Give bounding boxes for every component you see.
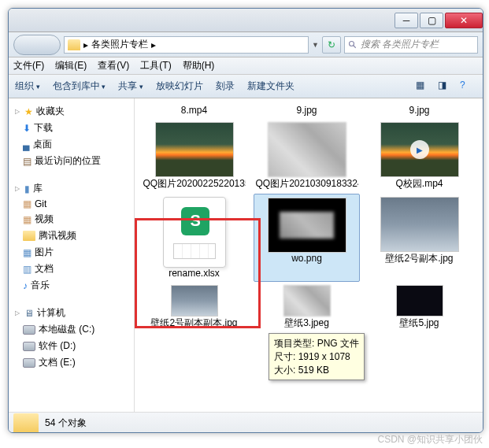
breadcrumb-folder[interactable]: 各类照片专栏 [91, 38, 148, 51]
thumbnail [268, 122, 346, 177]
folder-icon [13, 413, 39, 434]
menu-view[interactable]: 查看(V) [98, 59, 129, 72]
sidebar-computer[interactable]: 🖥计算机 [9, 305, 134, 321]
address-bar: ▸ 各类照片专栏 ▸ ▼ ↻ 搜索 各类照片专栏 [9, 32, 483, 57]
file-item[interactable]: 9.jpg [366, 102, 472, 119]
tooltip-size: 大小: 519 KB [274, 364, 359, 377]
help-icon[interactable]: ? [459, 79, 476, 94]
view-options-icon[interactable]: ▦ [415, 79, 432, 94]
drive-icon [23, 342, 35, 351]
history-dropdown[interactable]: ▼ [312, 41, 319, 49]
thumbnail [396, 285, 443, 317]
library-icon: ▮ [24, 183, 30, 194]
toolbar: 组织 包含到库中 共享 放映幻灯片 刻录 新建文件夹 ▦ ◨ ? [9, 75, 483, 98]
sidebar-item-desktop[interactable]: ▄桌面 [9, 136, 134, 153]
thumbnail [380, 197, 459, 252]
computer-icon: 🖥 [24, 308, 34, 319]
svg-line-1 [354, 45, 356, 47]
sidebar-item-tencent[interactable]: 腾讯视频 [9, 228, 134, 244]
explorer-window: ─ ▢ ✕ ▸ 各类照片专栏 ▸ ▼ ↻ 搜索 各类照片专栏 文件(F) 编辑(… [8, 8, 483, 433]
menu-help[interactable]: 帮助(H) [183, 59, 215, 72]
file-item[interactable]: Q校园.mp4 [366, 119, 472, 194]
sidebar-item-music[interactable]: ♪音乐 [9, 277, 134, 294]
breadcrumb-sep: ▸ [151, 39, 156, 50]
folder-icon [68, 39, 80, 50]
share-button[interactable]: 共享 [118, 80, 143, 93]
sidebar-item-documents[interactable]: ▥文档 [9, 261, 134, 277]
file-item[interactable]: 壁纸5.jpg [366, 282, 472, 333]
tooltip-type: 项目类型: PNG 文件 [274, 337, 359, 350]
refresh-button[interactable]: ↻ [322, 36, 341, 54]
preview-pane-icon[interactable]: ◨ [437, 79, 454, 94]
close-button[interactable]: ✕ [445, 13, 483, 28]
window-controls: ─ ▢ ✕ [393, 13, 483, 28]
desktop-icon: ▄ [23, 139, 30, 150]
menu-edit[interactable]: 编辑(E) [55, 59, 87, 72]
thumbnail [155, 122, 234, 177]
organize-button[interactable]: 组织 [15, 80, 40, 93]
file-item[interactable]: 壁纸3.jpeg [254, 282, 360, 333]
breadcrumb-sep: ▸ [83, 39, 88, 50]
video-icon: ▦ [23, 214, 31, 225]
include-button[interactable]: 包含到库中 [53, 80, 106, 93]
sidebar-drive-e[interactable]: 文档 (E:) [9, 354, 134, 371]
tooltip: 项目类型: PNG 文件 尺寸: 1919 x 1078 大小: 519 KB [269, 333, 365, 380]
minimize-button[interactable]: ─ [395, 13, 418, 28]
sidebar-favorites[interactable]: ★收藏夹 [9, 103, 134, 120]
menu-file[interactable]: 文件(F) [13, 59, 44, 72]
file-item[interactable]: 9.jpg [254, 102, 360, 119]
search-placeholder: 搜索 各类照片专栏 [361, 38, 439, 51]
star-icon: ★ [24, 106, 33, 117]
nav-back-forward[interactable] [13, 35, 61, 55]
sidebar-item-pictures[interactable]: ▦图片 [9, 244, 134, 261]
folder-icon [23, 231, 35, 241]
status-count: 54 个对象 [45, 417, 87, 430]
slideshow-button[interactable]: 放映幻灯片 [156, 80, 203, 93]
search-input[interactable]: 搜索 各类照片专栏 [344, 36, 478, 54]
content-area: ★收藏夹 ⬇下载 ▄桌面 ▤最近访问的位置 ▮库 ▦Git ▦视频 腾讯视频 ▦… [9, 98, 483, 412]
file-item[interactable]: QQ图片20200225220135.jpg [141, 119, 247, 194]
xlsx-icon [163, 197, 226, 268]
download-icon: ⬇ [23, 123, 31, 134]
file-item-wo-png[interactable]: wo.png [254, 194, 360, 282]
tooltip-dimensions: 尺寸: 1919 x 1078 [274, 350, 359, 364]
titlebar[interactable]: ─ ▢ ✕ [9, 9, 483, 32]
status-bar: 54 个对象 [9, 412, 483, 433]
sidebar-item-recent[interactable]: ▤最近访问的位置 [9, 153, 134, 169]
thumbnail [268, 198, 346, 253]
file-item[interactable]: 壁纸2号副本.jpg [366, 194, 472, 282]
documents-icon: ▥ [23, 264, 31, 275]
sidebar-libraries[interactable]: ▮库 [9, 180, 134, 197]
sidebar-item-git[interactable]: ▦Git [9, 197, 134, 211]
file-item[interactable]: 壁纸2号副本副本.jpg [141, 282, 247, 333]
thumbnail [380, 122, 459, 177]
sidebar-drive-d[interactable]: 软件 (D:) [9, 338, 134, 354]
burn-button[interactable]: 刻录 [216, 80, 235, 93]
thumbnail [283, 285, 331, 317]
menu-tools[interactable]: 工具(T) [140, 59, 171, 72]
svg-point-0 [350, 41, 354, 46]
git-icon: ▦ [23, 198, 31, 209]
breadcrumb[interactable]: ▸ 各类照片专栏 ▸ [64, 36, 309, 54]
sidebar-item-downloads[interactable]: ⬇下载 [9, 120, 134, 136]
recent-icon: ▤ [23, 156, 31, 167]
thumbnail [171, 285, 218, 317]
music-icon: ♪ [23, 280, 28, 291]
maximize-button[interactable]: ▢ [420, 13, 443, 28]
sidebar: ★收藏夹 ⬇下载 ▄桌面 ▤最近访问的位置 ▮库 ▦Git ▦视频 腾讯视频 ▦… [9, 98, 135, 412]
watermark: CSDN @知识共享小团伙 [377, 433, 483, 446]
pictures-icon: ▦ [23, 247, 31, 258]
file-item-rename-xlsx[interactable]: rename.xlsx [141, 194, 247, 282]
file-item[interactable]: QQ图片20210309183324.jpg [254, 119, 360, 194]
menubar: 文件(F) 编辑(E) 查看(V) 工具(T) 帮助(H) [9, 57, 483, 75]
play-icon [410, 140, 429, 159]
new-folder-button[interactable]: 新建文件夹 [247, 80, 295, 93]
sidebar-item-videos[interactable]: ▦视频 [9, 211, 134, 228]
file-item[interactable]: 8.mp4 [141, 102, 247, 119]
drive-icon [23, 358, 35, 368]
file-pane[interactable]: 8.mp4 9.jpg 9.jpg QQ图片20200225220135.jpg… [135, 98, 483, 412]
sidebar-drive-c[interactable]: 本地磁盘 (C:) [9, 321, 134, 338]
drive-icon [23, 325, 35, 335]
search-icon [348, 40, 357, 50]
